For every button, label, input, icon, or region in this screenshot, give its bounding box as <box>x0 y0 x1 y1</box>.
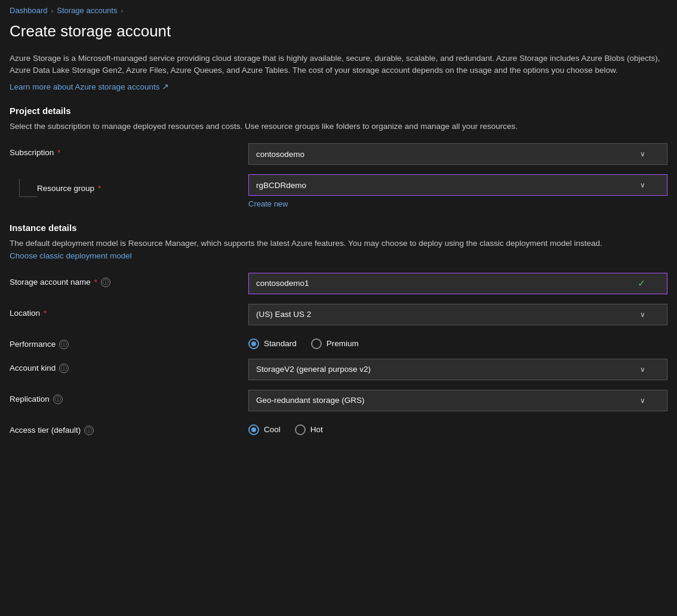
resource-group-label: Resource group * <box>37 179 101 193</box>
access-tier-info-icon[interactable]: ⓘ <box>84 426 94 435</box>
breadcrumb-storage-accounts[interactable]: Storage accounts <box>57 6 117 15</box>
storage-account-name-row: Storage account name * ⓘ contosodemo1 ✓ <box>10 273 667 294</box>
access-tier-radio-group: Cool Hot <box>248 421 667 435</box>
account-kind-label: Account kind ⓘ <box>10 364 236 373</box>
location-label-col: Location * <box>10 304 236 318</box>
access-tier-label-col: Access tier (default) ⓘ <box>10 421 236 435</box>
access-tier-label: Access tier (default) ⓘ <box>10 426 236 435</box>
performance-radio-group: Standard Premium <box>248 335 667 349</box>
location-row: Location * (US) East US 2 ∨ <box>10 304 667 325</box>
account-kind-dropdown[interactable]: StorageV2 (general purpose v2) ∨ <box>248 359 667 380</box>
instance-details-description: The default deployment model is Resource… <box>10 238 667 262</box>
performance-label: Performance ⓘ <box>10 340 236 349</box>
performance-control: Standard Premium <box>248 335 667 349</box>
create-new-link[interactable]: Create new <box>248 199 667 208</box>
location-chevron: ∨ <box>640 310 645 319</box>
storage-name-check-icon: ✓ <box>638 278 645 289</box>
account-kind-info-icon[interactable]: ⓘ <box>59 364 69 373</box>
location-control: (US) East US 2 ∨ <box>248 304 667 325</box>
storage-account-name-value: contosodemo1 <box>256 279 309 288</box>
external-link-icon: ↗ <box>162 82 169 91</box>
performance-premium-option[interactable]: Premium <box>311 338 359 349</box>
storage-account-name-control: contosodemo1 ✓ <box>248 273 667 294</box>
instance-details-title: Instance details <box>10 223 667 233</box>
subscription-label-col: Subscription * <box>10 143 236 157</box>
learn-more-link[interactable]: Learn more about Azure storage accounts … <box>10 82 169 91</box>
breadcrumb-sep-1: › <box>51 7 54 14</box>
subscription-chevron: ∨ <box>640 150 645 158</box>
access-tier-row: Access tier (default) ⓘ Cool Hot <box>10 421 667 435</box>
account-kind-value: StorageV2 (general purpose v2) <box>256 365 371 374</box>
breadcrumb: Dashboard › Storage accounts › <box>0 0 677 19</box>
subscription-required: * <box>57 148 60 157</box>
storage-name-required: * <box>94 278 97 287</box>
replication-control: Geo-redundant storage (GRS) ∨ <box>248 390 667 411</box>
subscription-dropdown[interactable]: contosodemo ∨ <box>248 143 667 165</box>
subscription-control: contosodemo ∨ <box>248 143 667 165</box>
performance-standard-radio-fill <box>251 341 256 346</box>
page-title: Create storage account <box>0 19 677 53</box>
subscription-row: Subscription * contosodemo ∨ <box>10 143 667 165</box>
access-tier-hot-label: Hot <box>310 425 323 434</box>
access-tier-cool-radio[interactable] <box>248 424 259 435</box>
replication-row: Replication ⓘ Geo-redundant storage (GRS… <box>10 390 667 411</box>
performance-label-col: Performance ⓘ <box>10 335 236 349</box>
indent-line <box>19 179 37 197</box>
account-kind-label-col: Account kind ⓘ <box>10 359 236 373</box>
performance-info-icon[interactable]: ⓘ <box>59 340 69 349</box>
replication-info-icon[interactable]: ⓘ <box>53 395 63 404</box>
resource-group-required: * <box>98 184 101 193</box>
main-content: Azure Storage is a Microsoft-managed ser… <box>0 53 677 454</box>
access-tier-hot-option[interactable]: Hot <box>295 424 323 435</box>
access-tier-control: Cool Hot <box>248 421 667 435</box>
resource-group-row: Resource group * rgBCDRdemo ∨ Create new <box>10 174 667 208</box>
subscription-value: contosodemo <box>256 150 304 159</box>
breadcrumb-dashboard[interactable]: Dashboard <box>10 6 48 15</box>
replication-label-col: Replication ⓘ <box>10 390 236 404</box>
access-tier-hot-radio[interactable] <box>295 424 306 435</box>
storage-account-name-label: Storage account name * ⓘ <box>10 278 236 287</box>
replication-value: Geo-redundant storage (GRS) <box>256 396 365 405</box>
performance-standard-label: Standard <box>264 339 297 348</box>
storage-account-name-label-col: Storage account name * ⓘ <box>10 273 236 287</box>
breadcrumb-sep-2: › <box>121 7 123 14</box>
location-label: Location * <box>10 309 236 318</box>
replication-dropdown[interactable]: Geo-redundant storage (GRS) ∨ <box>248 390 667 411</box>
location-value: (US) East US 2 <box>256 310 311 319</box>
performance-row: Performance ⓘ Standard Premium <box>10 335 667 349</box>
subscription-label: Subscription * <box>10 148 236 157</box>
location-required: * <box>44 309 47 318</box>
resource-group-chevron: ∨ <box>640 181 645 189</box>
resource-group-dropdown[interactable]: rgBCDRdemo ∨ <box>248 174 667 196</box>
storage-name-info-icon[interactable]: ⓘ <box>101 278 110 287</box>
performance-standard-option[interactable]: Standard <box>248 338 297 349</box>
resource-group-label-col: Resource group * <box>10 174 236 199</box>
project-details-description: Select the subscription to manage deploy… <box>10 121 667 133</box>
resource-group-value: rgBCDRdemo <box>256 181 306 190</box>
account-kind-chevron: ∨ <box>640 365 645 374</box>
access-tier-cool-radio-fill <box>251 427 256 432</box>
main-description: Azure Storage is a Microsoft-managed ser… <box>10 53 667 77</box>
account-kind-row: Account kind ⓘ StorageV2 (general purpos… <box>10 359 667 380</box>
storage-account-name-input[interactable]: contosodemo1 ✓ <box>248 273 667 294</box>
project-details-title: Project details <box>10 106 667 116</box>
replication-label: Replication ⓘ <box>10 395 236 404</box>
access-tier-cool-option[interactable]: Cool <box>248 424 281 435</box>
performance-standard-radio[interactable] <box>248 338 259 349</box>
replication-chevron: ∨ <box>640 396 645 405</box>
performance-premium-label: Premium <box>327 339 359 348</box>
resource-group-control: rgBCDRdemo ∨ Create new <box>248 174 667 208</box>
account-kind-control: StorageV2 (general purpose v2) ∨ <box>248 359 667 380</box>
access-tier-cool-label: Cool <box>264 425 281 434</box>
classic-deployment-link[interactable]: Choose classic deployment model <box>10 250 132 262</box>
performance-premium-radio[interactable] <box>311 338 322 349</box>
location-dropdown[interactable]: (US) East US 2 ∨ <box>248 304 667 325</box>
